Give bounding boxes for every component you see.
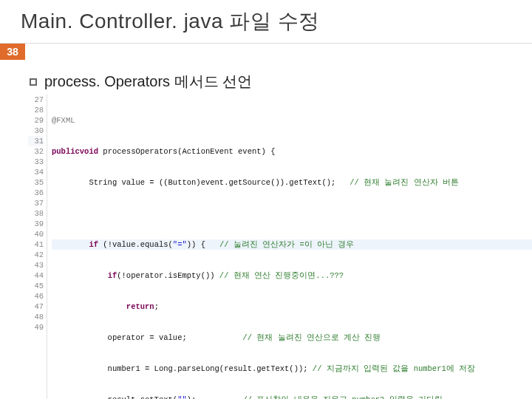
code-line: operator = value; // 현재 눌려진 연산으로 계산 진행 (52, 332, 532, 343)
code-line (52, 208, 532, 219)
keyword: if (108, 270, 117, 281)
keyword: void (80, 146, 98, 157)
code-text (52, 301, 126, 312)
line-gutter: 27 28 29 30 31 32 33 34 35 36 37 38 39 4… (28, 95, 47, 399)
annotation: @FXML (52, 115, 75, 126)
bullet-icon (30, 78, 37, 86)
lineno: 49 (28, 322, 44, 332)
code-line: if (!value.equals("=")) { // 눌려진 연산자가 =이… (52, 239, 532, 250)
lineno: 36 (28, 188, 44, 198)
lineno: 45 (28, 281, 44, 291)
code-text: number1 = Long.parseLong(result.getText(… (52, 364, 313, 374)
comment: // 현재 눌려진 연산으로 계산 진행 (242, 332, 381, 343)
code-lines: @FXML public void processOperators(Actio… (47, 95, 532, 399)
comment: // 눌려진 연산자가 =이 아닌 경우 (219, 239, 354, 250)
lineno: 46 (28, 291, 44, 301)
comment: // 지금까지 입력된 값을 number1에 저장 (313, 364, 475, 374)
lineno: 30 (28, 126, 44, 136)
lineno: 31 (28, 136, 44, 146)
slide: Main. Controller. java 파일 수정 38 process.… (0, 0, 532, 399)
comment: // 현재 연산 진행중이면...??? (219, 270, 344, 281)
code-text: String value = ((Button)event.getSource(… (52, 177, 349, 188)
string: "=" (173, 239, 187, 250)
code-line: @FXML (52, 115, 532, 126)
subtitle: process. Operators 메서드 선언 (44, 72, 252, 92)
code-text: result.setText( (52, 395, 177, 399)
code-line: String value = ((Button)event.getSource(… (52, 177, 532, 188)
code-line: if(!operator.isEmpty()) // 현재 연산 진행중이면..… (52, 270, 532, 281)
badge-row: 38 (0, 44, 532, 60)
code-line: public void processOperators(ActionEvent… (52, 146, 532, 157)
lineno: 44 (28, 270, 44, 281)
keyword: if (89, 239, 98, 250)
code-line: result.setText(""); // 표시창의 내용을 지우고 numb… (52, 395, 532, 399)
comment: // 현재 눌려진 연산자 버튼 (349, 177, 459, 188)
code-block: 27 28 29 30 31 32 33 34 35 36 37 38 39 4… (0, 95, 532, 399)
lineno: 33 (28, 157, 44, 167)
lineno: 38 (28, 208, 44, 219)
lineno: 34 (28, 167, 44, 177)
lineno: 27 (28, 95, 44, 105)
lineno: 47 (28, 301, 44, 312)
title-area: Main. Controller. java 파일 수정 (0, 0, 532, 40)
code-line: number1 = Long.parseLong(result.getText(… (52, 364, 532, 374)
code-text: ); (187, 395, 243, 399)
lineno: 42 (28, 250, 44, 260)
code-text: processOperators(ActionEvent event) { (98, 146, 275, 157)
code-line: return; (52, 301, 532, 312)
keyword: return (126, 301, 154, 312)
lineno: 40 (28, 229, 44, 239)
code-text: )) { (187, 239, 219, 250)
code-text: (!operator.isEmpty()) (117, 270, 219, 281)
lineno: 39 (28, 219, 44, 229)
lineno: 48 (28, 312, 44, 322)
lineno: 29 (28, 115, 44, 126)
code-text: operator = value; (52, 332, 242, 343)
lineno: 43 (28, 260, 44, 270)
subtitle-row: process. Operators 메서드 선언 (0, 60, 532, 95)
code-text (52, 239, 89, 250)
comment: // 표시창의 내용을 지우고 number2 입력을 기다림 (242, 395, 443, 399)
code-text: (!value.equals( (98, 239, 173, 250)
lineno: 35 (28, 177, 44, 188)
lineno: 32 (28, 146, 44, 157)
lineno: 37 (28, 198, 44, 208)
lineno: 41 (28, 239, 44, 250)
keyword: public (52, 146, 80, 157)
code-text: ; (154, 301, 159, 312)
slide-title: Main. Controller. java 파일 수정 (21, 7, 511, 35)
lineno: 28 (28, 105, 44, 115)
code-text (52, 270, 108, 281)
slide-number-badge: 38 (0, 44, 25, 60)
string: "" (177, 395, 187, 399)
